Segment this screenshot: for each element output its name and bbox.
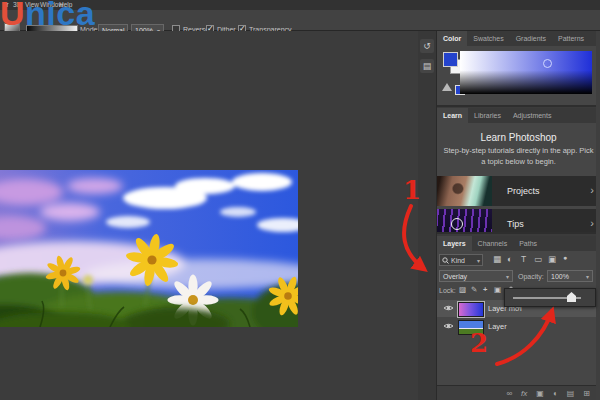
layers-bottom-bar: ∞ fx ▣ ◐ ▤ ⊞	[437, 385, 600, 400]
tab-libraries[interactable]: Libraries	[468, 108, 507, 123]
filter-shape-layers-icon[interactable]: ▭	[534, 254, 542, 264]
filter-toggle-icon[interactable]: ●	[563, 254, 567, 261]
projects-thumbnail	[437, 176, 492, 206]
opacity-label: Opacity:	[518, 273, 544, 280]
adjustment-layer-icon[interactable]: ◐	[553, 389, 558, 398]
canvas-area[interactable]	[0, 31, 418, 400]
chevron-right-icon: ›	[590, 217, 594, 229]
new-layer-icon[interactable]: ⊞	[583, 389, 590, 398]
learn-item-projects[interactable]: Projects ›	[437, 176, 600, 206]
dropdown-arrow-icon: ▾	[586, 273, 589, 280]
tab-channels[interactable]: Channels	[472, 236, 514, 251]
search-icon	[442, 257, 449, 264]
lock-label: Lock:	[439, 287, 456, 294]
gamut-warning-icon[interactable]	[442, 83, 452, 91]
tips-thumbnail	[437, 209, 492, 234]
layer-thumbnail[interactable]	[458, 302, 484, 317]
filter-pixel-layers-icon[interactable]: ▦	[493, 254, 501, 264]
color-field[interactable]	[460, 51, 592, 94]
foreground-color-swatch[interactable]	[443, 52, 458, 67]
tab-color[interactable]: Color	[437, 31, 467, 46]
lock-artboard-icon[interactable]: ▣	[494, 285, 501, 294]
layer-mask-icon[interactable]: ▣	[536, 389, 544, 398]
tab-paths[interactable]: Paths	[513, 236, 543, 251]
history-icon[interactable]: ↺	[420, 39, 434, 53]
lock-move-icon[interactable]: +	[483, 285, 487, 294]
layers-panel: Layers Channels Paths Kind ▾ ▦ ◐ T ▭ ▣ ●…	[437, 236, 600, 400]
layer-opacity-dropdown[interactable]: 100%▾	[547, 270, 593, 282]
tab-gradients[interactable]: Gradients	[510, 31, 552, 46]
learn-description: Step-by-step tutorials directly in the a…	[441, 146, 596, 168]
fill-slider-handle[interactable]	[567, 292, 576, 302]
panel-edge	[596, 31, 600, 400]
tab-adjustments[interactable]: Adjustments	[507, 108, 558, 123]
dropdown-arrow-icon: ▾	[477, 257, 480, 264]
link-layers-icon[interactable]: ∞	[506, 389, 512, 398]
filter-type-layers-icon[interactable]: T	[521, 254, 526, 264]
tab-layers[interactable]: Layers	[437, 236, 472, 251]
color-panel-tabs: Color Swatches Gradients Patterns	[437, 31, 600, 46]
tab-swatches[interactable]: Swatches	[467, 31, 509, 46]
lock-paint-icon[interactable]: ✎	[471, 285, 477, 294]
lock-transparency-icon[interactable]: ▨	[459, 285, 466, 294]
tab-learn[interactable]: Learn	[437, 108, 468, 123]
fill-slider-popup	[504, 288, 596, 307]
doodle-ring-icon	[451, 218, 463, 230]
document-image[interactable]	[0, 170, 298, 327]
layers-panel-tabs: Layers Channels Paths	[437, 236, 600, 251]
color-panel: Color Swatches Gradients Patterns	[437, 31, 600, 107]
properties-icon[interactable]: ▤	[420, 59, 434, 73]
visibility-eye-icon[interactable]	[443, 322, 454, 330]
chevron-right-icon: ›	[590, 184, 594, 196]
learn-panel-tabs: Learn Libraries Adjustments	[437, 108, 600, 123]
learn-panel: Learn Libraries Adjustments Learn Photos…	[437, 108, 600, 234]
layer-thumbnail[interactable]	[458, 320, 484, 335]
new-group-icon[interactable]: ▤	[567, 389, 575, 398]
tab-patterns[interactable]: Patterns	[552, 31, 590, 46]
blend-mode-dropdown[interactable]: Overlay▾	[439, 270, 513, 282]
dropdown-arrow-icon: ▾	[506, 273, 509, 280]
layer-filter-dropdown[interactable]: Kind ▾	[439, 254, 483, 266]
visibility-eye-icon[interactable]	[443, 304, 454, 312]
color-picker-marker[interactable]	[543, 59, 552, 68]
photoshop-window: er 3D View Window Help Mode: Normal 100%…	[0, 0, 600, 400]
layer-effects-icon[interactable]: fx	[521, 389, 527, 398]
filter-adjustment-layers-icon[interactable]: ◐	[507, 254, 512, 264]
filter-smart-objects-icon[interactable]: ▣	[548, 254, 556, 264]
learn-item-tips[interactable]: Tips ›	[437, 209, 600, 234]
layer-row-photo[interactable]: Layer	[437, 318, 600, 335]
learn-title: Learn Photoshop	[437, 132, 600, 143]
collapsed-panel-dock: ↺ ▤	[418, 31, 437, 400]
unica-logo: Unica	[0, 0, 95, 33]
